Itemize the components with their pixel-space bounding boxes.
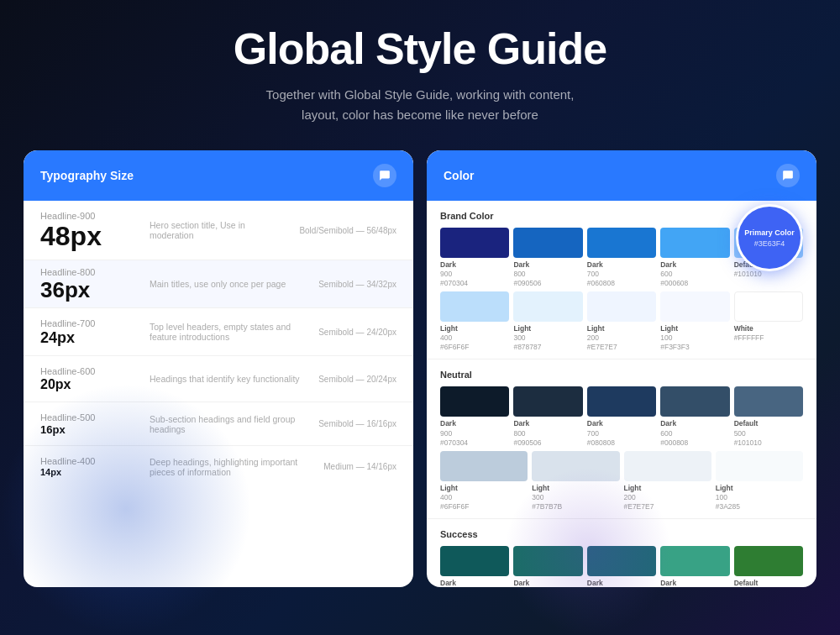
swatch-neutral-100: Light100#3A285 — [716, 451, 803, 512]
success-color-section: Success Dark900#0F595A Dark800#1A6D66 — [427, 519, 816, 587]
swatch-neutral-800: Dark800#090506 — [513, 386, 582, 447]
primary-badge-hex: #3E63F4 — [754, 239, 785, 248]
panels-container: Typography Size Headline-900 48px Hero s… — [0, 150, 840, 587]
neutral-swatches-light: Light400#6F6F6F Light300#7B7B7B Light200… — [440, 451, 803, 512]
success-swatches: Dark900#0F595A Dark800#1A6D66 Dark700#20… — [440, 546, 803, 587]
color-panel-icon — [776, 164, 800, 187]
swatch-brand-900: Dark900#070304 — [440, 228, 509, 288]
neutral-color-title: Neutral — [440, 370, 803, 380]
swatch-neutral-200: Light200#E7E7E7 — [624, 451, 711, 512]
success-color-title: Success — [440, 529, 803, 539]
swatch-success-700: Dark700#206876 — [587, 546, 656, 587]
primary-color-badge: Primary Color #3E63F4 — [736, 204, 803, 271]
color-panel-header: Color — [427, 150, 816, 201]
color-panel-title: Color — [444, 169, 475, 182]
typo-row-800: Headline-800 36px Main titles, use only … — [24, 260, 413, 308]
typography-panel-title: Typography Size — [40, 169, 134, 182]
neutral-swatches-dark: Dark900#070304 Dark800#090506 Dark700#08… — [440, 386, 803, 447]
swatch-neutral-700: Dark700#080808 — [587, 386, 656, 447]
typo-row-700: Headline-700 24px Top level headers, emp… — [24, 308, 413, 356]
page-title: Global Style Guide — [17, 25, 823, 73]
swatch-brand-800: Dark800#090506 — [513, 228, 582, 288]
swatch-neutral-400: Light400#6F6F6F — [440, 451, 528, 512]
swatch-brand-200: Light200#E7E7E7 — [587, 291, 656, 352]
swatch-success-500: Default500#528D04 — [734, 546, 803, 587]
typo-row-600: Headline-600 20px Headings that identify… — [24, 356, 413, 402]
header: Global Style Guide Together with Global … — [0, 0, 840, 142]
color-panel: Color Brand Color Dark900#070304 — [427, 150, 816, 587]
swatch-neutral-600: Dark600#000808 — [660, 386, 729, 447]
typo-row-500: Headline-500 16px Sub-section headings a… — [24, 402, 413, 446]
page-wrapper: Global Style Guide Together with Global … — [0, 0, 840, 587]
typography-panel-header: Typography Size — [24, 150, 413, 201]
swatch-brand-400: Light400#6F6F6F — [440, 291, 509, 352]
typography-panel-icon — [373, 164, 396, 187]
swatch-success-900: Dark900#0F595A — [440, 546, 509, 587]
header-subtitle: Together with Global Style Guide, workin… — [17, 85, 823, 125]
swatch-success-600: Dark600#38A285 — [660, 546, 729, 587]
swatch-neutral-300: Light300#7B7B7B — [532, 451, 619, 512]
neutral-color-section: Neutral Dark900#070304 Dark800#090506 — [427, 359, 816, 518]
swatch-brand-700: Dark700#060808 — [587, 228, 656, 288]
swatch-neutral-900: Dark900#070304 — [440, 386, 509, 447]
typography-rows: Headline-900 48px Hero section title, Us… — [24, 201, 413, 487]
typo-row-400: Headline-400 14px Deep headings, highlig… — [24, 446, 413, 487]
typo-row-900: Headline-900 48px Hero section title, Us… — [24, 201, 413, 260]
swatch-brand-600: Dark600#000608 — [660, 228, 729, 288]
primary-badge-label: Primary Color — [744, 228, 795, 239]
swatch-brand-300: Light300#878787 — [513, 291, 582, 352]
typography-panel: Typography Size Headline-900 48px Hero s… — [24, 150, 413, 587]
swatch-success-800: Dark800#1A6D66 — [513, 546, 582, 587]
brand-swatches-light: Light400#6F6F6F Light300#878787 Light200… — [440, 291, 803, 352]
swatch-brand-white: White#FFFFFF — [734, 291, 803, 352]
swatch-brand-100: Light100#F3F3F3 — [660, 291, 729, 352]
swatch-neutral-500: Default500#101010 — [734, 386, 803, 447]
